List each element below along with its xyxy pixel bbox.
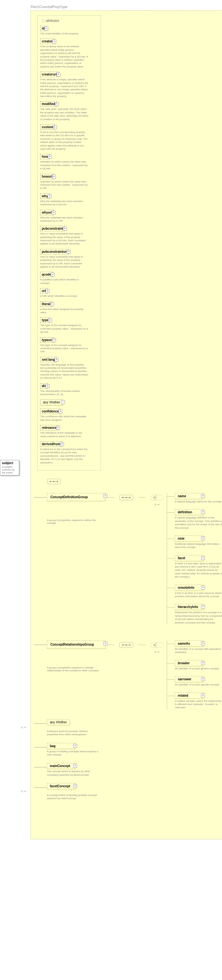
concept-relationships-group: ConceptRelationshipsGroup + [47,641,105,649]
expand-icon[interactable]: + [73,764,77,768]
expand-icon[interactable]: + [53,125,57,129]
expand-icon[interactable]: + [67,250,71,254]
main-concept-element: mainConcept + [47,763,75,769]
concept-definition-group: ConceptDefinitionGroup + [47,493,105,501]
expand-icon[interactable]: + [73,744,77,748]
bag-element: bag + [47,743,75,749]
attr-confidence: confidence+ [40,409,61,414]
attr-desc: If set to true the corresponding propert… [40,131,88,151]
expand-icon[interactable]: + [201,694,205,697]
element-narrower: narrower+ [175,676,203,682]
subject-desc: A subject covered by the event. [2,465,18,474]
element-related: related+ [175,692,203,698]
expand-icon[interactable]: + [201,605,205,609]
expand-icon[interactable]: + [48,318,52,322]
attr-modified: modified+ [40,101,57,107]
attr-desc: A URI which identifies a concept. [40,294,88,298]
expand-icon[interactable]: + [46,384,50,388]
attr-desc: The date (and, optionally, the time) whe… [40,108,88,121]
group2-label: ConceptRelationshipsGroup [50,643,94,646]
attr-desc: The local identifier of the property. [40,32,88,35]
element-desc: A related concept, where the relationshi… [175,700,222,710]
element-desc: A natural language definition of the sem… [175,516,222,530]
facet-concept-desc: A concept which is faceting another conc… [47,794,98,800]
element-desc: In NAR 1.8 and later: facet is deprecate… [175,562,222,579]
element-definition: definition+ [175,509,203,515]
expand-icon[interactable]: + [52,175,56,178]
element-sameAs: sameAs+ [175,641,203,647]
expand-icon[interactable]: + [201,661,205,665]
expand-icon[interactable]: + [56,426,60,430]
sequence-icon [119,641,133,649]
facet-card: 0..∞ [21,790,73,793]
attr-literal: literal+ [40,301,52,307]
expand-icon[interactable]: + [46,289,50,293]
any-other-element: any ##other [47,719,70,725]
attr-any ##other: any ##other+ [40,399,63,406]
attr-desc: The type of the concept assigned as cont… [40,344,88,354]
facet-concept-element: facetConcept + [47,783,75,789]
expand-icon[interactable]: + [73,784,77,788]
attr-pubconstrainturi: pubconstrainturi+ [40,249,69,255]
element-desc: An identifier of a more generic concept. [175,667,222,670]
attr-id: id+ [40,26,46,31]
attr-desc: The confidence with which the metadata h… [40,415,88,422]
attr-desc: Why the metadata has been included - exp… [40,216,88,223]
expand-icon[interactable]: + [52,338,56,342]
expand-icon[interactable]: + [201,556,205,560]
expand-icon[interactable]: + [52,211,56,215]
choice-icon: 0..∞ [151,641,163,649]
expand-icon[interactable]: + [55,102,59,106]
expand-icon[interactable]: + [201,641,205,645]
expand-icon[interactable]: + [201,510,205,514]
bag-desc: A group of existing concepts which expre… [47,750,98,757]
attr-desc: One or many constraints that apply to pu… [40,232,88,246]
attr-whyuri: whyuri+ [40,210,54,215]
expand-icon[interactable]: + [201,494,205,498]
expand-icon[interactable]: + [53,40,56,43]
attr-desc: If the attribute is empty, specifies whi… [40,78,88,98]
element-note: note+ [175,535,203,542]
sequence-icon [47,477,61,487]
attr-desc: The type of the concept assigned as cont… [40,324,88,334]
element-desc: A link to an item or a web resource whic… [175,592,222,598]
attr-desc: If the property value is not defined, sp… [40,45,88,68]
subject-name: subject [2,461,18,465]
expand-icon[interactable]: + [104,641,107,645]
expand-icon[interactable]: + [56,73,61,76]
expand-icon[interactable]: + [60,442,64,446]
expand-icon[interactable]: + [63,227,67,231]
expand-icon[interactable]: + [54,358,59,362]
main-concept-desc: The concept which is faceted by other co… [47,770,98,777]
attr-creator: creator+ [40,38,54,44]
attr-desc: The directionality of textual content (e… [40,390,88,396]
attr-desc: A free-text value assigned as property v… [40,308,88,315]
attr-desc: Why the metadata has been included - exp… [40,200,88,207]
expand-icon[interactable]: + [201,585,205,589]
attr-typeuri: typeuri+ [40,337,54,343]
group1-label: ConceptDefinitionGroup [50,495,88,499]
attr-how: how+ [40,154,50,159]
element-name: name+ [175,493,203,499]
attr-creatoruri: creatoruri+ [40,72,59,77]
expand-icon[interactable]: + [201,677,205,681]
attributes-header: attributes [40,18,98,23]
attr-uri: uri+ [40,288,48,294]
expand-icon[interactable]: + [59,409,62,414]
expand-icon[interactable]: + [44,27,48,30]
expand-icon[interactable]: + [48,155,52,159]
group1-desc: A group of properites required to define… [47,519,102,525]
expand-icon[interactable]: + [104,494,107,498]
attributes-panel: attributes id+The local identifier of th… [37,16,101,471]
expand-icon[interactable]: + [61,400,65,404]
attr-derivedfrom: derivedfrom+ [40,441,62,447]
bag-label: bag [50,744,56,748]
facet-concept-label: facetConcept [50,784,70,788]
expand-icon[interactable]: + [50,302,54,306]
expand-icon[interactable]: + [201,536,205,540]
attr-custom: custom+ [40,124,55,130]
choice-icon: 0..∞ [151,493,163,502]
cardinality: 0..∞ [155,503,160,506]
expand-icon[interactable]: + [48,194,51,198]
expand-icon[interactable]: + [51,273,54,277]
